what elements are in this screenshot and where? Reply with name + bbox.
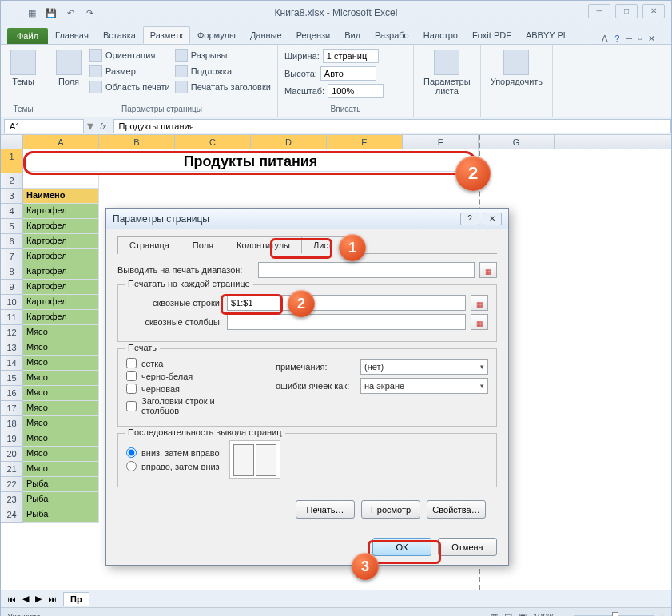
data-cell[interactable]: Мясо xyxy=(23,340,99,356)
preview-button[interactable]: Просмотр xyxy=(361,500,420,519)
row-header[interactable]: 20 xyxy=(1,447,23,462)
sheet-tab[interactable]: Пр xyxy=(63,592,89,606)
tab-nav-last-icon[interactable]: ⏭ xyxy=(48,594,57,604)
title-cell[interactable]: Продукты питания xyxy=(23,149,479,172)
col-header-D[interactable]: D xyxy=(251,135,327,149)
row-header[interactable]: 9 xyxy=(1,280,23,295)
row-header[interactable]: 16 xyxy=(1,386,23,401)
size-button[interactable]: Размер xyxy=(89,64,170,78)
data-cell[interactable]: Мясо xyxy=(23,386,99,401)
dialog-title-bar[interactable]: Параметры страницы ? ✕ xyxy=(106,209,508,229)
data-cell[interactable]: Мясо xyxy=(23,416,99,431)
arrange-button[interactable]: Упорядочить xyxy=(487,48,546,88)
bw-checkbox[interactable]: черно-белая xyxy=(126,371,252,381)
data-cell[interactable]: Картофел xyxy=(23,310,99,325)
row-header[interactable]: 12 xyxy=(1,325,23,340)
view-normal-icon[interactable]: ▦ xyxy=(490,611,498,616)
gridlines-checkbox[interactable]: сетка xyxy=(126,358,252,368)
data-cell[interactable]: Рыба xyxy=(23,492,99,507)
background-button[interactable]: Подложка xyxy=(175,64,271,78)
print-area-button[interactable]: Область печати xyxy=(89,80,170,94)
redo-icon[interactable]: ↷ xyxy=(82,6,97,20)
row-header[interactable]: 1 xyxy=(1,149,23,173)
data-cell[interactable]: Мясо xyxy=(23,462,99,477)
tab-home[interactable]: Главная xyxy=(48,26,96,44)
row-header[interactable]: 14 xyxy=(1,356,23,371)
row-header[interactable]: 23 xyxy=(1,492,23,507)
fx-label[interactable]: fx xyxy=(93,121,113,131)
name-box[interactable] xyxy=(4,119,84,133)
data-cell[interactable]: Картофел xyxy=(23,249,99,264)
row-header[interactable]: 4 xyxy=(1,204,23,219)
col-header-C[interactable]: C xyxy=(175,135,251,149)
formula-input[interactable] xyxy=(113,119,671,133)
dialog-close-button[interactable]: ✕ xyxy=(483,213,502,225)
print-titles-button[interactable]: Печатать заголовки xyxy=(175,80,271,94)
close-button[interactable]: ✕ xyxy=(642,4,665,18)
draft-checkbox[interactable]: черновая xyxy=(126,384,252,394)
comments-combo[interactable]: (нет) xyxy=(360,359,488,375)
row-header[interactable]: 22 xyxy=(1,477,23,492)
tab-page-layout[interactable]: Разметк xyxy=(143,26,190,44)
data-cell[interactable]: Мясо xyxy=(23,401,99,416)
sheet-params-button[interactable]: Параметры листа xyxy=(420,48,474,97)
tab-formulas[interactable]: Формулы xyxy=(190,26,243,44)
scale-input[interactable] xyxy=(328,84,384,98)
order-down-radio[interactable]: вниз, затем вправо xyxy=(126,447,220,458)
themes-button[interactable]: Темы xyxy=(7,48,39,88)
col-header-B[interactable]: B xyxy=(99,135,175,149)
data-cell[interactable]: Картофел xyxy=(23,264,99,280)
data-cell[interactable]: Рыба xyxy=(23,477,99,492)
row-header[interactable]: 11 xyxy=(1,310,23,325)
empty-cell[interactable] xyxy=(23,173,99,189)
data-cell[interactable]: Мясо xyxy=(23,356,99,371)
tab-nav-first-icon[interactable]: ⏮ xyxy=(7,594,16,604)
tab-abbyy[interactable]: ABBYY PL xyxy=(519,26,575,44)
zoom-thumb[interactable] xyxy=(612,612,618,617)
ok-button[interactable]: ОК xyxy=(372,538,431,556)
zoom-in-icon[interactable]: + xyxy=(660,612,665,617)
tab-review[interactable]: Рецензи xyxy=(289,26,338,44)
row-header[interactable]: 13 xyxy=(1,340,23,356)
tab-insert[interactable]: Вставка xyxy=(96,26,143,44)
dlg-tab-page[interactable]: Страница xyxy=(117,236,181,254)
options-button[interactable]: Свойства… xyxy=(427,500,486,519)
header-cell[interactable]: Наимено xyxy=(23,189,99,204)
row-header[interactable]: 6 xyxy=(1,234,23,249)
row-header[interactable]: 24 xyxy=(1,507,23,523)
row-header[interactable]: 18 xyxy=(1,416,23,431)
tab-foxit[interactable]: Foxit PDF xyxy=(465,26,519,44)
errors-combo[interactable]: на экране xyxy=(360,378,488,394)
cols-picker-button[interactable]: ▦ xyxy=(471,314,488,330)
tab-nav-next-icon[interactable]: ▶ xyxy=(35,594,42,604)
print-range-input[interactable] xyxy=(258,262,475,278)
ribbon-close-icon[interactable]: ✕ xyxy=(648,34,655,44)
width-input[interactable] xyxy=(323,49,379,63)
select-all-corner[interactable] xyxy=(1,135,23,149)
help-icon[interactable]: ? xyxy=(614,34,619,44)
ribbon-min-icon[interactable]: ─ xyxy=(626,34,632,44)
row-header[interactable]: 3 xyxy=(1,189,23,204)
breaks-button[interactable]: Разрывы xyxy=(175,48,271,62)
tab-nav-prev-icon[interactable]: ◀ xyxy=(22,594,29,604)
col-header-A[interactable]: A xyxy=(23,135,99,149)
col-header-E[interactable]: E xyxy=(327,135,403,149)
print-button[interactable]: Печать… xyxy=(296,500,355,519)
data-cell[interactable]: Картофел xyxy=(23,280,99,295)
orientation-button[interactable]: Ориентация xyxy=(89,48,170,62)
zoom-out-icon[interactable]: − xyxy=(562,612,567,617)
dlg-tab-margins[interactable]: Поля xyxy=(181,236,225,254)
undo-icon[interactable]: ↶ xyxy=(63,6,78,20)
tab-data[interactable]: Данные xyxy=(243,26,289,44)
view-break-icon[interactable]: ▣ xyxy=(519,611,527,616)
row-header[interactable]: 17 xyxy=(1,401,23,416)
data-cell[interactable]: Мясо xyxy=(23,325,99,340)
ribbon-restore-icon[interactable]: ▫ xyxy=(638,34,642,44)
row-header[interactable]: 21 xyxy=(1,462,23,477)
row-header[interactable]: 19 xyxy=(1,431,23,447)
data-cell[interactable]: Рыба xyxy=(23,507,99,523)
collapse-ribbon-icon[interactable]: ᐱ xyxy=(602,34,608,44)
data-cell[interactable]: Мясо xyxy=(23,447,99,462)
dialog-help-button[interactable]: ? xyxy=(460,213,479,225)
cols-repeat-input[interactable] xyxy=(227,314,466,330)
